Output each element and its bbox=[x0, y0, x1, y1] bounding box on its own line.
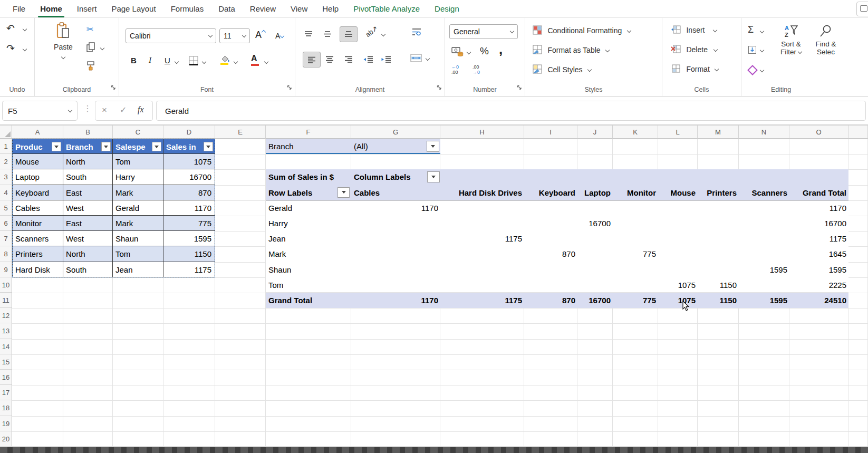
tab-insert[interactable]: Insert bbox=[70, 0, 104, 17]
pivot-value-cell[interactable]: 1170 bbox=[351, 200, 440, 216]
undo-icon[interactable]: ↶ bbox=[6, 22, 15, 34]
undo-chevron-icon[interactable] bbox=[23, 27, 27, 31]
column-header-L[interactable]: L bbox=[658, 126, 698, 139]
filter-button-produc[interactable] bbox=[52, 142, 61, 151]
table-cell[interactable]: South bbox=[63, 169, 113, 185]
pivot-column-header-grand-total[interactable]: Grand Total bbox=[789, 185, 848, 200]
table-cell[interactable]: 870 bbox=[163, 185, 215, 200]
pivot-row-label-harry[interactable]: Harry bbox=[266, 216, 351, 231]
table-header-cell[interactable]: Salespe bbox=[113, 139, 163, 154]
row-header-11[interactable]: 11 bbox=[0, 293, 12, 308]
row-header-4[interactable]: 4 bbox=[0, 185, 12, 200]
column-header-J[interactable]: J bbox=[577, 126, 613, 139]
copy-icon[interactable] bbox=[86, 42, 95, 52]
autosum-icon[interactable]: Σ bbox=[748, 24, 754, 35]
row-header-20[interactable]: 20 bbox=[0, 431, 12, 446]
pivot-column-header-printers[interactable]: Printers bbox=[698, 185, 739, 200]
pivot-row-labels-dropdown[interactable] bbox=[337, 187, 350, 198]
pivot-value-cell[interactable]: 870 bbox=[524, 246, 577, 262]
table-cell[interactable]: 16700 bbox=[163, 169, 215, 185]
column-header-O[interactable]: O bbox=[789, 126, 848, 139]
column-header-F[interactable]: F bbox=[266, 126, 351, 139]
fill-color-chevron-icon[interactable] bbox=[234, 60, 238, 64]
decrease-font-size-icon[interactable]: A bbox=[275, 32, 284, 40]
name-box[interactable]: F5 bbox=[2, 101, 78, 121]
column-header-partial[interactable] bbox=[848, 126, 868, 139]
font-color-icon[interactable]: A bbox=[251, 54, 257, 63]
copy-chevron-icon[interactable] bbox=[100, 46, 104, 50]
row-header-10[interactable]: 10 bbox=[0, 277, 12, 293]
redo-icon[interactable]: ↷ bbox=[6, 42, 15, 54]
tab-data[interactable]: Data bbox=[211, 0, 243, 17]
fill-chevron-icon[interactable] bbox=[760, 48, 764, 52]
table-cell[interactable]: 1595 bbox=[163, 231, 215, 246]
table-cell[interactable]: 775 bbox=[163, 216, 215, 231]
tab-formulas[interactable]: Formulas bbox=[163, 0, 211, 17]
table-cell[interactable]: 1170 bbox=[163, 200, 215, 216]
pivot-value-cell[interactable]: 1645 bbox=[789, 246, 848, 262]
select-all-button[interactable] bbox=[0, 126, 12, 139]
align-left-icon[interactable] bbox=[303, 52, 321, 68]
cut-icon[interactable]: ✂ bbox=[86, 24, 93, 34]
pivot-column-header-keyboard[interactable]: Keyboard bbox=[524, 185, 577, 200]
percent-style-icon[interactable]: % bbox=[480, 45, 489, 57]
sort-filter-button[interactable]: A Z Sort & Filter bbox=[775, 24, 807, 56]
table-cell[interactable]: West bbox=[63, 200, 113, 216]
table-cell[interactable]: East bbox=[63, 216, 113, 231]
table-cell[interactable]: Tom bbox=[113, 246, 163, 262]
table-cell[interactable]: Scanners bbox=[12, 231, 63, 246]
font-name-combo[interactable]: Calibri bbox=[126, 28, 216, 43]
accounting-format-icon[interactable] bbox=[451, 46, 464, 57]
filter-button-salespe[interactable] bbox=[152, 142, 161, 151]
tab-review[interactable]: Review bbox=[243, 0, 283, 17]
pivot-value-cell[interactable]: 1175 bbox=[440, 231, 524, 246]
tab-help[interactable]: Help bbox=[315, 0, 346, 17]
redo-chevron-icon[interactable] bbox=[23, 47, 27, 51]
table-header-cell[interactable]: Produc bbox=[12, 139, 63, 154]
table-cell[interactable]: Mouse bbox=[12, 154, 63, 169]
pivot-row-label-shaun[interactable]: Shaun bbox=[266, 262, 351, 277]
pivot-value-cell[interactable]: 775 bbox=[613, 246, 658, 262]
tab-page-layout[interactable]: Page Layout bbox=[104, 0, 163, 17]
decrease-indent-icon[interactable] bbox=[363, 56, 373, 63]
column-header-B[interactable]: B bbox=[63, 126, 113, 139]
table-cell[interactable]: South bbox=[63, 262, 113, 277]
table-cell[interactable]: 1075 bbox=[163, 154, 215, 169]
font-color-chevron-icon[interactable] bbox=[264, 60, 268, 64]
increase-font-size-icon[interactable]: A bbox=[255, 30, 265, 41]
cell-styles-button[interactable]: Cell Styles bbox=[533, 64, 591, 74]
table-cell[interactable]: 1150 bbox=[163, 246, 215, 262]
row-header-13[interactable]: 13 bbox=[0, 323, 12, 339]
row-header-16[interactable]: 16 bbox=[0, 370, 12, 385]
row-header-14[interactable]: 14 bbox=[0, 339, 12, 354]
table-cell[interactable]: Harry bbox=[113, 169, 163, 185]
column-header-A[interactable]: A bbox=[12, 126, 63, 139]
format-painter-icon[interactable] bbox=[86, 61, 96, 72]
pivot-value-cell[interactable]: 2225 bbox=[789, 277, 848, 293]
bold-icon[interactable]: B bbox=[131, 56, 137, 65]
fill-color-icon[interactable] bbox=[220, 55, 230, 64]
pivot-row-label-jean[interactable]: Jean bbox=[266, 231, 351, 246]
delete-cells-button[interactable]: Delete bbox=[671, 45, 717, 54]
number-format-combo[interactable]: General bbox=[449, 24, 518, 39]
row-header-19[interactable]: 19 bbox=[0, 416, 12, 431]
decrease-decimal-icon[interactable]: .00→0 bbox=[472, 64, 480, 75]
orientation-icon[interactable]: ab↗ bbox=[364, 24, 379, 38]
clear-chevron-icon[interactable] bbox=[760, 68, 764, 72]
column-header-H[interactable]: H bbox=[440, 126, 524, 139]
partial-ribbon-button[interactable] bbox=[856, 2, 868, 16]
filter-button-branch[interactable] bbox=[101, 142, 111, 151]
align-middle-icon[interactable] bbox=[323, 31, 332, 37]
row-header-8[interactable]: 8 bbox=[0, 246, 12, 262]
conditional-formatting-button[interactable]: Conditional Formatting bbox=[533, 25, 631, 35]
column-header-M[interactable]: M bbox=[698, 126, 739, 139]
comma-style-icon[interactable]: , bbox=[499, 41, 503, 57]
column-header-N[interactable]: N bbox=[739, 126, 789, 139]
format-cells-button[interactable]: Format bbox=[671, 64, 718, 74]
pivot-value-cell[interactable]: 16700 bbox=[577, 216, 613, 231]
align-top-icon[interactable] bbox=[304, 31, 313, 37]
pivot-row-label-tom[interactable]: Tom bbox=[266, 277, 351, 293]
insert-cells-button[interactable]: Insert bbox=[671, 25, 717, 35]
tab-home[interactable]: Home bbox=[33, 0, 70, 17]
table-cell[interactable]: Jean bbox=[113, 262, 163, 277]
